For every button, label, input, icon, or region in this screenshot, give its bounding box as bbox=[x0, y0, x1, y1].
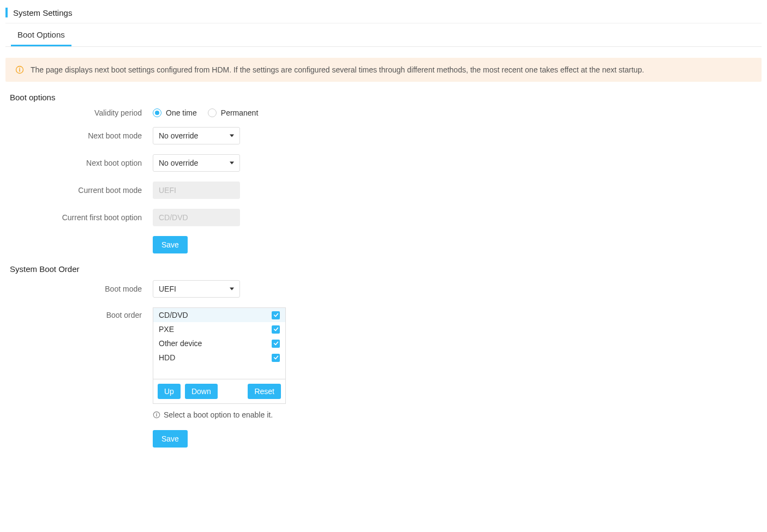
chevron-down-icon bbox=[230, 135, 234, 137]
boot-order-label: Boot order bbox=[5, 307, 153, 319]
tab-boot-options[interactable]: Boot Options bbox=[11, 23, 71, 46]
next-boot-mode-select[interactable]: No override bbox=[153, 127, 240, 144]
radio-permanent[interactable]: Permanent bbox=[208, 108, 258, 117]
page-header: System Settings bbox=[5, 5, 762, 23]
tabs: Boot Options bbox=[5, 23, 762, 47]
boot-order-item[interactable]: CD/DVD bbox=[153, 308, 285, 322]
up-button[interactable]: Up bbox=[158, 384, 181, 399]
boot-order-item-checkbox[interactable] bbox=[272, 340, 280, 348]
radio-one-time-label: One time bbox=[166, 108, 197, 117]
info-icon bbox=[153, 411, 160, 419]
chevron-down-icon bbox=[230, 162, 234, 165]
next-boot-option-select[interactable]: No override bbox=[153, 154, 240, 172]
down-button[interactable]: Down bbox=[185, 384, 218, 399]
boot-order-item[interactable]: Other device bbox=[153, 336, 285, 350]
boot-order-container: CD/DVDPXEOther deviceHDD Up Down Reset bbox=[153, 307, 286, 404]
boot-order-buttons: Up Down Reset bbox=[153, 379, 286, 404]
boot-order-item-checkbox[interactable] bbox=[272, 311, 280, 319]
radio-permanent-circle bbox=[208, 108, 217, 117]
next-boot-mode-value: No override bbox=[159, 131, 198, 140]
info-banner: The page displays next boot settings con… bbox=[5, 58, 762, 82]
current-first-boot-option-field: CD/DVD bbox=[153, 209, 240, 226]
current-first-boot-option-value: CD/DVD bbox=[159, 213, 188, 222]
current-boot-mode-value: UEFI bbox=[159, 186, 176, 195]
system-boot-order-heading: System Boot Order bbox=[10, 264, 762, 274]
info-icon bbox=[15, 65, 24, 74]
boot-order-item-name: Other device bbox=[159, 339, 202, 348]
info-banner-text: The page displays next boot settings con… bbox=[31, 65, 644, 74]
boot-order-item-checkbox[interactable] bbox=[272, 354, 280, 362]
reset-button[interactable]: Reset bbox=[248, 384, 281, 399]
save-boot-order-button[interactable]: Save bbox=[153, 430, 188, 448]
validity-period-radio-group: One time Permanent bbox=[153, 108, 258, 117]
save-boot-options-button[interactable]: Save bbox=[153, 236, 188, 253]
next-boot-option-value: No override bbox=[159, 159, 198, 167]
current-boot-mode-field: UEFI bbox=[153, 182, 240, 199]
next-boot-mode-label: Next boot mode bbox=[5, 131, 153, 140]
page-title: System Settings bbox=[13, 8, 72, 17]
current-boot-mode-label: Current boot mode bbox=[5, 186, 153, 195]
boot-order-item[interactable]: PXE bbox=[153, 322, 285, 336]
next-boot-option-label: Next boot option bbox=[5, 159, 153, 167]
boot-order-item-name: CD/DVD bbox=[159, 311, 188, 319]
boot-order-list: CD/DVDPXEOther deviceHDD bbox=[153, 307, 286, 379]
radio-one-time[interactable]: One time bbox=[153, 108, 197, 117]
boot-order-hint-text: Select a boot option to enable it. bbox=[164, 410, 273, 419]
chevron-down-icon bbox=[230, 288, 234, 291]
boot-options-heading: Boot options bbox=[10, 93, 762, 102]
boot-order-item-name: HDD bbox=[159, 353, 175, 362]
boot-mode-select[interactable]: UEFI bbox=[153, 280, 240, 298]
boot-mode-label: Boot mode bbox=[5, 285, 153, 293]
boot-order-item-name: PXE bbox=[159, 325, 174, 334]
radio-one-time-circle bbox=[153, 108, 161, 117]
boot-order-hint: Select a boot option to enable it. bbox=[153, 410, 286, 419]
validity-period-label: Validity period bbox=[5, 108, 153, 117]
current-first-boot-option-label: Current first boot option bbox=[5, 213, 153, 222]
title-accent-bar bbox=[5, 8, 8, 17]
boot-mode-value: UEFI bbox=[159, 285, 176, 293]
boot-order-item-checkbox[interactable] bbox=[272, 325, 280, 334]
radio-permanent-label: Permanent bbox=[221, 108, 258, 117]
boot-order-item[interactable]: HDD bbox=[153, 350, 285, 365]
